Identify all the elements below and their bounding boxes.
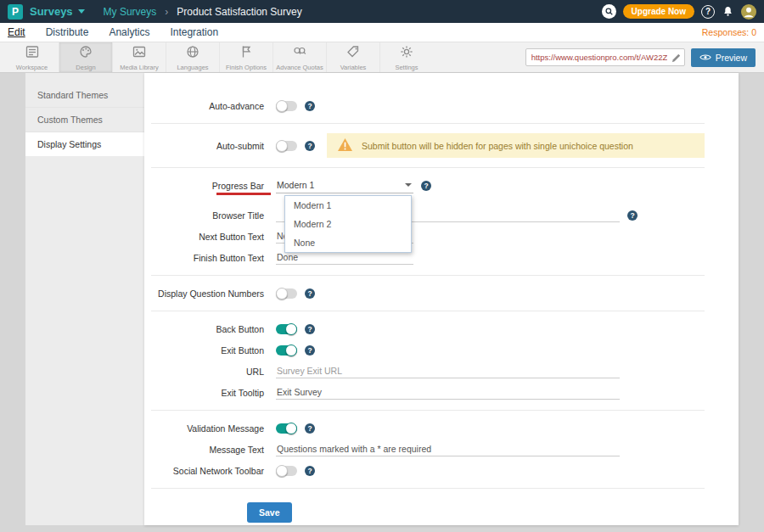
responses-count[interactable]: Responses: 0	[702, 27, 756, 37]
exit-url-input[interactable]	[276, 364, 620, 378]
toolbar-label: Media Library	[120, 64, 158, 71]
breadcrumb-my-surveys[interactable]: My Surveys	[104, 6, 157, 18]
toolbar-design[interactable]: Design	[59, 42, 112, 72]
display-settings-panel: Auto-advance Auto-submit Submit button w…	[144, 73, 739, 525]
toolbar-label: Workspace	[16, 64, 48, 71]
survey-url-wrap	[525, 48, 685, 66]
design-icon	[78, 44, 93, 63]
social-network-toolbar-toggle[interactable]	[276, 466, 297, 476]
finish-button-text-label: Finish Button Text	[144, 253, 276, 263]
chevron-down-icon	[78, 9, 85, 14]
auto-advance-label: Auto-advance	[144, 101, 276, 111]
social-network-toolbar-row: Social Network Toolbar	[144, 460, 739, 481]
sidebar-item-display-settings[interactable]: Display Settings	[25, 132, 144, 156]
auto-advance-row: Auto-advance	[144, 95, 739, 116]
auto-submit-warning: Submit button will be hidden for pages w…	[327, 133, 705, 158]
exit-button-toggle[interactable]	[276, 345, 297, 356]
toolbar-workspace[interactable]: Workspace	[5, 42, 59, 72]
themes-sidebar: Standard Themes Custom Themes Display Se…	[25, 73, 144, 525]
divider	[151, 410, 705, 411]
browser-title-label: Browser Title	[144, 210, 276, 221]
toggle-knob	[285, 323, 297, 335]
gear-icon	[399, 44, 414, 63]
progress-bar-dropdown: Modern 1 Modern 2 None	[284, 195, 412, 253]
sidebar-item-custom-themes[interactable]: Custom Themes	[25, 108, 144, 132]
chevron-down-icon	[405, 183, 412, 187]
display-question-numbers-label: Display Question Numbers	[144, 288, 276, 299]
auto-advance-toggle[interactable]	[276, 101, 297, 111]
toggle-knob	[285, 423, 297, 434]
variables-tag-icon	[345, 44, 361, 63]
languages-globe-icon	[185, 44, 200, 63]
exit-tooltip-label: Exit Tooltip	[144, 388, 276, 398]
toolbar-media-library[interactable]: Media Library	[112, 42, 166, 72]
validation-message-row: Validation Message	[144, 417, 739, 439]
toolbar-languages[interactable]: Languages	[166, 42, 219, 72]
exit-button-row: Exit Button	[144, 339, 739, 361]
exit-tooltip-row: Exit Tooltip	[144, 382, 739, 403]
social-network-toolbar-label: Social Network Toolbar	[144, 466, 276, 476]
save-button[interactable]: Save	[247, 502, 292, 523]
edit-pencil-icon[interactable]	[671, 52, 682, 67]
toolbar-right: Preview	[525, 42, 759, 72]
preview-button[interactable]: Preview	[691, 48, 756, 67]
help-icon[interactable]	[305, 345, 315, 356]
back-button-row: Back Button	[144, 318, 739, 339]
tab-edit[interactable]: Edit	[8, 26, 25, 38]
message-text-row: Message Text	[144, 439, 739, 460]
toolbar-settings[interactable]: Settings	[379, 42, 433, 72]
notifications-bell-icon[interactable]	[722, 5, 734, 18]
dropdown-option-none[interactable]: None	[285, 233, 411, 252]
toolbar-variables[interactable]: Variables	[326, 42, 379, 72]
help-icon[interactable]	[305, 423, 315, 434]
design-toolbar: Workspace Design Media Library Languages…	[0, 42, 764, 73]
toolbar-advance-quotas[interactable]: Advance Quotas	[272, 42, 326, 72]
select-value: Modern 1	[277, 180, 314, 190]
display-question-numbers-toggle[interactable]	[276, 288, 297, 299]
help-icon[interactable]	[627, 210, 638, 221]
finish-button-text-row: Finish Button Text	[144, 247, 739, 268]
validation-message-label: Validation Message	[144, 423, 276, 434]
tab-distribute[interactable]: Distribute	[46, 26, 89, 38]
toolbar-finish-options[interactable]: Finish Options	[219, 42, 272, 72]
sidebar-item-standard-themes[interactable]: Standard Themes	[25, 83, 144, 108]
warning-text: Submit button will be hidden for pages w…	[362, 141, 633, 151]
help-icon[interactable]	[421, 181, 431, 191]
workspace-icon	[25, 44, 40, 63]
primary-nav: Edit Distribute Analytics Integration Re…	[0, 23, 764, 42]
next-button-text-row: Next Button Text	[144, 226, 739, 247]
eye-icon	[699, 53, 711, 63]
dropdown-option-modern-2[interactable]: Modern 2	[285, 215, 411, 233]
toggle-knob	[276, 288, 288, 300]
display-question-numbers-row: Display Question Numbers	[144, 283, 739, 304]
next-button-text-label: Next Button Text	[144, 232, 276, 242]
message-text-input[interactable]	[276, 442, 620, 456]
back-button-toggle[interactable]	[276, 324, 297, 334]
tab-analytics[interactable]: Analytics	[109, 26, 149, 38]
validation-message-toggle[interactable]	[276, 423, 297, 434]
avatar[interactable]	[741, 4, 756, 20]
help-icon[interactable]	[305, 324, 315, 334]
tab-integration[interactable]: Integration	[170, 26, 218, 38]
surveys-menu[interactable]: Surveys	[30, 5, 85, 18]
help-icon[interactable]	[305, 288, 315, 299]
toggle-knob	[285, 344, 297, 356]
toolbar-label: Design	[76, 64, 95, 71]
progress-bar-label: Progress Bar	[144, 181, 276, 191]
upgrade-button[interactable]: Upgrade Now	[623, 4, 694, 19]
help-icon[interactable]	[305, 466, 315, 476]
divider	[151, 488, 705, 489]
search-icon[interactable]	[602, 4, 616, 19]
dropdown-option-modern-1[interactable]: Modern 1	[285, 196, 411, 215]
questionpro-logo[interactable]: P	[8, 4, 23, 20]
progress-bar-select[interactable]: Modern 1	[276, 178, 413, 193]
toggle-knob	[276, 100, 288, 112]
help-icon[interactable]	[305, 101, 315, 111]
exit-tooltip-input[interactable]	[276, 385, 620, 400]
help-circle-icon[interactable]	[701, 5, 715, 19]
survey-url-input[interactable]	[525, 48, 685, 66]
help-icon[interactable]	[305, 141, 315, 151]
topbar: P Surveys My Surveys › Product Satisfact…	[0, 0, 764, 23]
auto-submit-toggle[interactable]	[276, 141, 297, 151]
auto-submit-row: Auto-submit Submit button will be hidden…	[144, 131, 739, 160]
